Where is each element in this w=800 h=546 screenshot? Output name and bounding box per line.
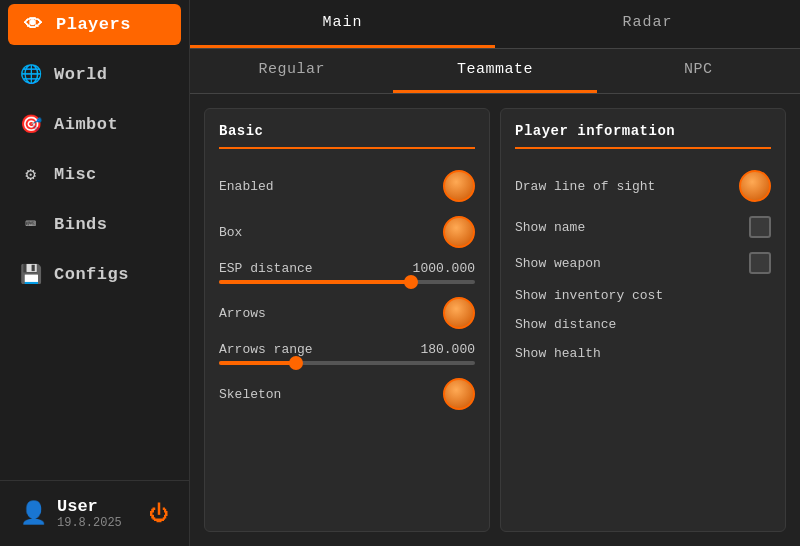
setting-box: Box [219, 209, 475, 255]
sidebar-item-aimbot[interactable]: 🎯 Aimbot [0, 99, 189, 149]
subtab-teammate[interactable]: Teammate [393, 49, 596, 93]
configs-icon: 💾 [20, 263, 42, 285]
show-weapon-label: Show weapon [515, 256, 601, 271]
sub-tabs: Regular Teammate NPC [190, 49, 800, 94]
setting-show-health: Show health [515, 339, 771, 368]
arrows-range-thumb[interactable] [289, 356, 303, 370]
arrows-toggle[interactable] [443, 297, 475, 329]
username: User [57, 497, 122, 516]
arrows-label: Arrows [219, 306, 266, 321]
sidebar-item-configs[interactable]: 💾 Configs [0, 249, 189, 299]
world-icon: 🌐 [20, 63, 42, 85]
subtab-npc[interactable]: NPC [597, 49, 800, 93]
tab-radar[interactable]: Radar [495, 0, 800, 48]
draw-los-toggle[interactable] [739, 170, 771, 202]
sidebar-bottom: 👤 User 19.8.2025 ⏻ [0, 480, 189, 546]
eye-icon: 👁 [22, 14, 44, 35]
show-name-checkbox[interactable] [749, 216, 771, 238]
esp-distance-fill [219, 280, 411, 284]
sidebar-item-misc[interactable]: ⚙ Misc [0, 149, 189, 199]
setting-show-distance: Show distance [515, 310, 771, 339]
tab-main[interactable]: Main [190, 0, 495, 48]
setting-show-inventory: Show inventory cost [515, 281, 771, 310]
basic-panel: Basic Enabled Box ESP distance 1000.000 [204, 108, 490, 532]
basic-panel-title: Basic [219, 123, 475, 149]
sidebar-item-binds[interactable]: ⌨ Binds [0, 199, 189, 249]
player-info-panel: Player information Draw line of sight Sh… [500, 108, 786, 532]
setting-arrows: Arrows [219, 290, 475, 336]
skeleton-toggle[interactable] [443, 378, 475, 410]
sidebar-item-world[interactable]: 🌐 World [0, 49, 189, 99]
enabled-label: Enabled [219, 179, 274, 194]
arrows-range-value: 180.000 [420, 342, 475, 357]
misc-icon: ⚙ [20, 163, 42, 185]
skeleton-label: Skeleton [219, 387, 281, 402]
show-name-label: Show name [515, 220, 585, 235]
setting-skeleton: Skeleton [219, 371, 475, 417]
binds-icon: ⌨ [20, 213, 42, 235]
box-toggle[interactable] [443, 216, 475, 248]
setting-draw-los: Draw line of sight [515, 163, 771, 209]
panels: Basic Enabled Box ESP distance 1000.000 [190, 94, 800, 546]
enabled-toggle[interactable] [443, 170, 475, 202]
show-distance-label: Show distance [515, 317, 616, 332]
setting-esp-distance: ESP distance 1000.000 [219, 255, 475, 290]
arrows-range-fill [219, 361, 296, 365]
show-inventory-label: Show inventory cost [515, 288, 663, 303]
subtab-regular[interactable]: Regular [190, 49, 393, 93]
show-weapon-checkbox[interactable] [749, 252, 771, 274]
main-content: Main Radar Regular Teammate NPC Basic En… [190, 0, 800, 546]
arrows-range-track[interactable] [219, 361, 475, 365]
player-info-title: Player information [515, 123, 771, 149]
draw-los-label: Draw line of sight [515, 179, 655, 194]
sidebar-item-players[interactable]: 👁 Players [8, 4, 181, 45]
user-avatar-icon: 👤 [20, 500, 47, 527]
setting-enabled: Enabled [219, 163, 475, 209]
arrows-range-label: Arrows range [219, 342, 313, 357]
user-date: 19.8.2025 [57, 516, 122, 530]
show-health-label: Show health [515, 346, 601, 361]
setting-show-weapon: Show weapon [515, 245, 771, 281]
aimbot-icon: 🎯 [20, 113, 42, 135]
esp-distance-label: ESP distance [219, 261, 313, 276]
esp-distance-value: 1000.000 [413, 261, 475, 276]
esp-distance-track[interactable] [219, 280, 475, 284]
user-info: User 19.8.2025 [57, 497, 122, 530]
sidebar: 👁 Players 🌐 World 🎯 Aimbot ⚙ Misc ⌨ Bind… [0, 0, 190, 546]
box-label: Box [219, 225, 242, 240]
top-tabs: Main Radar [190, 0, 800, 49]
setting-show-name: Show name [515, 209, 771, 245]
power-button[interactable]: ⏻ [149, 502, 169, 526]
setting-arrows-range: Arrows range 180.000 [219, 336, 475, 371]
esp-distance-thumb[interactable] [404, 275, 418, 289]
